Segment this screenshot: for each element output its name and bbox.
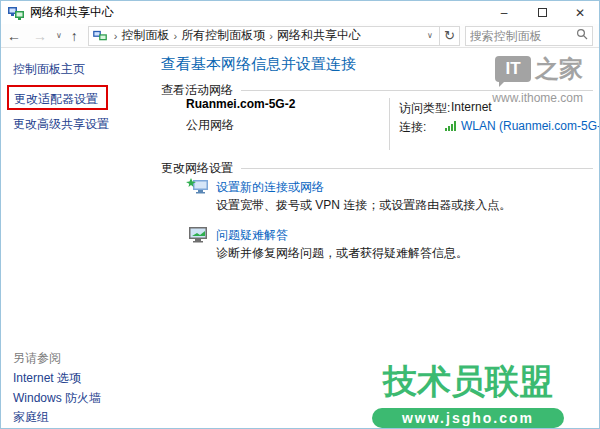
jsgho-watermark: 技术员联盟 www.jsgho.com <box>372 359 564 428</box>
active-network-type: 公用网络 <box>186 117 234 134</box>
ithome-watermark: IT 之家 www.ithome.com <box>492 53 583 105</box>
new-connection-icon <box>186 177 210 197</box>
search-icon[interactable] <box>576 28 588 43</box>
window-controls: – ✕ <box>485 1 599 24</box>
breadcrumb-all-items[interactable]: 所有控制面板项 <box>178 27 268 44</box>
close-button[interactable]: ✕ <box>561 1 599 24</box>
forward-button[interactable]: → <box>27 25 53 47</box>
network-sharing-center-window: 网络和共享中心 – ✕ ← → ∨ ↑ › 控制面板 › 所有控制面板项 › 网… <box>0 0 600 429</box>
ithome-logo-text: 之家 <box>535 53 583 85</box>
sidebar-item-homegroup[interactable]: 家庭组 <box>13 409 49 426</box>
navigation-bar: ← → ∨ ↑ › 控制面板 › 所有控制面板项 › 网络和共享中心 ∨ ↻ <box>1 24 599 48</box>
jsgho-url: www.jsgho.com <box>372 408 564 428</box>
address-bar[interactable]: › 控制面板 › 所有控制面板项 › 网络和共享中心 ∨ <box>88 26 440 46</box>
address-dropdown-icon[interactable]: ∨ <box>423 31 437 40</box>
network-app-icon <box>8 6 24 20</box>
sidebar-item-change-adapter-settings[interactable]: 更改适配器设置 <box>14 91 98 108</box>
ithome-logo-icon: IT <box>495 56 531 82</box>
connection-label: 连接: <box>399 119 426 136</box>
troubleshoot-problems-desc: 诊断并修复网络问题，或者获得疑难解答信息。 <box>216 245 468 262</box>
sidebar-item-change-advanced-sharing[interactable]: 更改高级共享设置 <box>13 116 109 133</box>
access-type-value: Internet <box>451 100 492 114</box>
title-bar: 网络和共享中心 – ✕ <box>1 1 599 24</box>
breadcrumb-control-panel[interactable]: 控制面板 <box>119 27 173 44</box>
troubleshoot-icon <box>186 225 210 245</box>
minimize-button[interactable]: – <box>485 1 523 24</box>
change-settings-label: 更改网络设置 <box>161 160 233 177</box>
wlan-connection-link[interactable]: WLAN (Ruanmei.com-5G-2) <box>461 119 600 133</box>
jsgho-title: 技术员联盟 <box>372 359 564 405</box>
setup-new-connection-desc: 设置宽带、拨号或 VPN 连接；或设置路由器或接入点。 <box>216 197 511 214</box>
sidebar-item-internet-options[interactable]: Internet 选项 <box>13 370 81 387</box>
up-button[interactable]: ↑ <box>65 25 84 47</box>
address-network-icon <box>93 30 107 42</box>
breadcrumb-network-center[interactable]: 网络和共享中心 <box>274 27 364 44</box>
back-button[interactable]: ← <box>1 25 27 47</box>
troubleshoot-problems-link[interactable]: 问题疑难解答 <box>216 227 288 244</box>
window-title: 网络和共享中心 <box>30 4 114 21</box>
section-divider <box>241 168 593 169</box>
change-settings-section-header: 更改网络设置 <box>161 160 593 177</box>
wifi-signal-icon <box>445 121 458 131</box>
content-area: 控制面板主页 更改适配器设置 更改高级共享设置 另请参阅 Internet 选项… <box>1 49 599 429</box>
search-box <box>465 26 593 46</box>
sidebar-item-control-panel-home[interactable]: 控制面板主页 <box>13 61 85 78</box>
sidebar-item-windows-firewall[interactable]: Windows 防火墙 <box>13 390 101 407</box>
page-title: 查看基本网络信息并设置连接 <box>161 55 356 74</box>
vertical-divider <box>389 98 390 150</box>
sidebar-see-also-header: 另请参阅 <box>13 350 61 367</box>
refresh-button[interactable]: ↻ <box>440 26 460 46</box>
setup-new-connection-link[interactable]: 设置新的连接或网络 <box>216 179 324 196</box>
active-network-name: Ruanmei.com-5G-2 <box>186 97 295 111</box>
maximize-button[interactable] <box>523 1 561 24</box>
maximize-icon <box>538 8 547 17</box>
access-type-label: 访问类型: <box>399 100 450 117</box>
history-dropdown-icon[interactable]: ∨ <box>53 31 65 40</box>
search-input[interactable] <box>470 29 576 43</box>
ithome-url: www.ithome.com <box>492 91 583 105</box>
